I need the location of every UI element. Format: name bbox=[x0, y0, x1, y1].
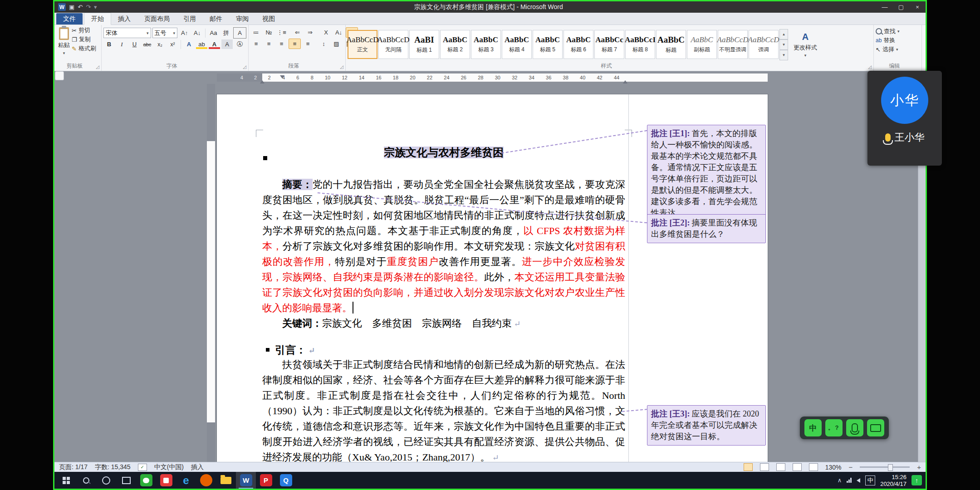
style-item[interactable]: AaBbCcD 无间隔 bbox=[378, 30, 408, 59]
find-button[interactable]: 查找 ▾ bbox=[876, 27, 920, 35]
select-button[interactable]: ↖ 选择 ▾ bbox=[876, 45, 920, 54]
bold-button[interactable]: B bbox=[103, 39, 115, 49]
task-view-button[interactable] bbox=[116, 472, 136, 489]
styles-dialog-launcher[interactable]: ◿ bbox=[868, 64, 872, 69]
gallery-up-icon[interactable]: ▴ bbox=[779, 29, 788, 39]
ribbon-tab[interactable]: 开始 bbox=[84, 13, 111, 25]
zoom-level[interactable]: 130% bbox=[825, 464, 842, 471]
grow-font-button[interactable]: A↑ bbox=[179, 28, 190, 38]
ribbon-tab[interactable]: 插入 bbox=[111, 13, 137, 24]
cortana-button[interactable] bbox=[96, 472, 116, 489]
font-dialog-launcher[interactable]: ◿ bbox=[243, 64, 246, 69]
strikethrough-button[interactable]: abc bbox=[142, 39, 153, 49]
comment-balloon[interactable]: 批注 [王1]:首先，本文的排版给人一种极不愉快的阅读感。最基本的学术论文规范都… bbox=[647, 125, 766, 222]
redo-icon[interactable]: ↷ bbox=[86, 4, 91, 10]
document-title[interactable]: 宗族文化与农村多维贫困 bbox=[262, 144, 625, 161]
ime-mic-key[interactable] bbox=[846, 419, 863, 436]
network-icon[interactable] bbox=[847, 478, 852, 483]
line-spacing-button[interactable]: ↕ bbox=[318, 39, 329, 49]
sort-button[interactable]: A↓ bbox=[333, 28, 344, 37]
style-item[interactable]: AaBbCc 标题 7 bbox=[594, 30, 624, 59]
paste-button[interactable]: 粘贴 ▾ bbox=[56, 26, 72, 56]
ribbon-tab[interactable]: 邮件 bbox=[203, 13, 229, 24]
taskbar-clock[interactable]: 15:26 2020/4/17 bbox=[880, 474, 906, 487]
zoom-slider-knob[interactable] bbox=[888, 464, 893, 471]
style-item[interactable]: AaBbC 标题 2 bbox=[440, 30, 470, 59]
close-button[interactable]: × bbox=[909, 1, 926, 13]
tray-chevron-icon[interactable]: ∧ bbox=[838, 477, 842, 484]
body-paragraph[interactable]: 扶贫领域关于非正式制度结合民情和地情的创新已经成为新的研究热点。在法律制度相似的… bbox=[262, 357, 625, 462]
spellcheck-icon[interactable]: ✓ bbox=[138, 464, 147, 471]
file-explorer-button[interactable] bbox=[216, 472, 236, 489]
decrease-indent-button[interactable]: ⇐ bbox=[292, 28, 303, 37]
replace-button[interactable]: ab 替换 bbox=[876, 36, 920, 44]
paragraph-dialog-launcher[interactable]: ◿ bbox=[340, 64, 343, 69]
enclose-characters-button[interactable]: Ⓐ bbox=[234, 39, 245, 49]
maximize-button[interactable]: ▢ bbox=[893, 1, 909, 13]
abstract-paragraph[interactable]: 摘要：党的十九报告指出，要动员全党全国全社会聚焦脱贫攻坚战，要攻克深度贫困地区，… bbox=[262, 177, 625, 316]
style-item[interactable]: AaBbC 标题 5 bbox=[533, 30, 563, 59]
align-right-button[interactable]: ≡ bbox=[276, 39, 287, 49]
green-tray-icon[interactable]: ↑ bbox=[911, 475, 922, 485]
recorder-widget[interactable] bbox=[55, 71, 64, 80]
zoom-slider[interactable] bbox=[860, 466, 910, 468]
asian-layout-button[interactable]: X bbox=[320, 28, 332, 37]
green-chat-app-button[interactable] bbox=[136, 472, 156, 489]
underline-button[interactable]: U bbox=[129, 39, 140, 49]
ribbon-tab[interactable]: 文件 bbox=[56, 13, 83, 24]
cut-button[interactable]: ✂ 剪切 bbox=[72, 26, 96, 34]
right-indent-marker[interactable] bbox=[623, 80, 627, 83]
red-app-button[interactable] bbox=[156, 472, 176, 489]
keywords-paragraph[interactable]: 关键词：宗族文化 多维贫困 宗族网络 自我约束 ↵ bbox=[262, 316, 625, 332]
ime-punctuation-key[interactable]: 。？ bbox=[825, 419, 843, 436]
style-item[interactable]: AaBbC 标题 bbox=[656, 30, 686, 59]
text-effects-button[interactable]: A bbox=[183, 39, 195, 49]
left-indent-marker[interactable] bbox=[260, 80, 265, 83]
ime-language-key[interactable]: 中 bbox=[804, 419, 822, 436]
pdf-reader-button[interactable]: P bbox=[256, 472, 276, 489]
input-method-indicator[interactable]: 中 bbox=[865, 475, 875, 485]
ribbon-tab[interactable]: 视图 bbox=[255, 13, 282, 24]
character-border-button[interactable]: A bbox=[233, 27, 246, 39]
ime-keyboard-key[interactable] bbox=[867, 419, 884, 436]
style-item[interactable]: AaBbC 标题 4 bbox=[502, 30, 532, 59]
style-item[interactable]: AaBbCcD 正文 bbox=[348, 30, 377, 59]
draft-view-icon[interactable] bbox=[809, 463, 818, 471]
zoom-in-button[interactable]: + bbox=[917, 463, 921, 471]
first-line-indent-marker[interactable] bbox=[280, 75, 284, 78]
shading-button[interactable]: ▨ bbox=[331, 39, 342, 49]
change-case-button[interactable]: Aa bbox=[208, 28, 219, 38]
taskbar-search-button[interactable] bbox=[76, 472, 96, 489]
gallery-down-icon[interactable]: ▾ bbox=[779, 39, 788, 50]
gallery-more-icon[interactable]: ▾ bbox=[779, 50, 788, 60]
horizontal-ruler[interactable]: 42 2468101214161820222426283032343638404… bbox=[217, 74, 768, 82]
page-indicator[interactable]: 页面: 1/17 bbox=[59, 463, 88, 471]
align-center-button[interactable]: ≡ bbox=[263, 39, 274, 49]
web-layout-view-icon[interactable] bbox=[776, 463, 785, 471]
zoom-out-button[interactable]: − bbox=[848, 463, 853, 471]
distribute-button[interactable]: ≡ bbox=[302, 39, 314, 49]
font-name-combo[interactable]: 宋体 ▾ bbox=[103, 28, 151, 38]
ribbon-tab[interactable]: 审阅 bbox=[229, 13, 255, 24]
document-page[interactable]: 宗族文化与农村多维贫困 摘要：党的十九报告指出，要动员全党全国全社会聚焦脱贫攻坚… bbox=[217, 94, 768, 462]
edge-button[interactable]: e bbox=[176, 472, 196, 489]
multilevel-list-button[interactable]: ⋮≡ bbox=[276, 28, 287, 37]
blue-app-button[interactable]: Q bbox=[276, 472, 296, 489]
character-shading-button[interactable]: A bbox=[221, 39, 233, 49]
ribbon-tab[interactable]: 引用 bbox=[176, 13, 203, 24]
justify-button[interactable]: ≡ bbox=[289, 39, 301, 49]
style-item[interactable]: AaBbCcI 标题 8 bbox=[625, 30, 655, 59]
comment-balloon[interactable]: 批注 [王2]:摘要里面没有体现出多维贫困是什么？ bbox=[647, 214, 766, 243]
outline-view-icon[interactable] bbox=[793, 463, 802, 471]
shrink-font-button[interactable]: A↓ bbox=[191, 28, 203, 38]
style-item[interactable]: AaBbC 副标题 bbox=[687, 30, 717, 59]
minimize-button[interactable]: — bbox=[877, 1, 893, 13]
firefox-button[interactable] bbox=[196, 472, 216, 489]
subscript-button[interactable]: x₂ bbox=[154, 39, 166, 49]
align-left-button[interactable]: ≡ bbox=[250, 39, 262, 49]
vertical-ruler[interactable] bbox=[207, 84, 215, 462]
start-button[interactable] bbox=[56, 472, 76, 489]
word-count[interactable]: 字数: 15,345 bbox=[95, 463, 131, 471]
increase-indent-button[interactable]: ⇒ bbox=[304, 28, 316, 37]
print-layout-view-icon[interactable] bbox=[744, 463, 753, 471]
